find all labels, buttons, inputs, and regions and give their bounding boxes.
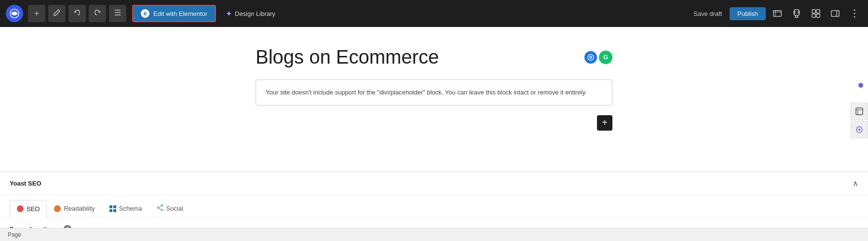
svg-point-23 [854,16,855,18]
yoast-tab-schema-label: Schema [119,205,142,212]
block-patterns-button[interactable] [808,6,824,21]
yoast-tab-schema[interactable]: Schema [102,200,149,217]
document-overview-button[interactable] [109,5,126,22]
svg-point-25 [590,56,592,58]
grammarly-icon-1[interactable] [584,51,597,64]
yoast-tab-seo[interactable]: SEO [10,200,47,217]
yoast-tab-seo-label: SEO [27,205,40,213]
undo-button[interactable] [68,5,86,22]
edit-with-elementor-button[interactable]: e Edit with Elementor [132,5,216,22]
yoast-seo-header[interactable]: Yoast SEO ∧ [0,172,868,195]
design-library-button[interactable]: ✦ Design Library [222,6,279,21]
elementor-icon: e [141,9,149,18]
readability-status-dot [54,205,61,212]
placeholder-block: Your site doesn't include support for th… [256,80,612,106]
yoast-tab-social-label: Social [166,205,183,212]
wp-logo-icon[interactable] [6,5,23,22]
right-sidebar-bottom-button[interactable] [851,121,868,138]
yoast-seo-title: Yoast SEO [10,180,41,187]
page-bar: Page [0,228,868,241]
seo-status-dot [17,205,24,212]
svg-rect-31 [856,108,863,115]
page-bar-label: Page [8,231,21,238]
yoast-collapse-icon[interactable]: ∧ [853,179,858,188]
edit-toolbar-button[interactable] [48,5,66,22]
svg-point-21 [854,10,855,11]
undo-icon [73,9,81,18]
svg-line-30 [159,208,161,210]
add-block-toolbar-button[interactable]: + [28,5,45,22]
right-sidebar [851,103,868,138]
view-button[interactable] [770,6,785,21]
schema-grid-icon [109,205,116,212]
svg-rect-19 [831,11,839,16]
design-library-label: Design Library [235,10,275,17]
yoast-tab-readability[interactable]: Readability [47,200,102,217]
svg-line-29 [159,206,161,207]
right-sidebar-top-button[interactable] [851,103,868,120]
edit-elementor-label: Edit with Elementor [153,10,207,17]
toolbar-right: Save draft Publish [690,6,862,21]
svg-rect-17 [812,14,815,17]
yoast-tab-readability-label: Readability [64,205,95,212]
svg-point-24 [588,54,594,60]
toolbar: + [0,0,868,27]
placeholder-block-text: Your site doesn't include support for th… [266,89,587,96]
svg-rect-4 [773,11,781,16]
settings-sidebar-button[interactable] [827,6,843,21]
social-share-icon [157,204,163,213]
page-title-area: Blogs on Ecommerce G [256,46,612,68]
svg-point-26 [161,205,163,206]
svg-point-27 [161,210,163,211]
page-content-area: Blogs on Ecommerce G Your site doesn't i… [246,46,622,131]
svg-point-28 [157,207,159,209]
grammarly-icon-2[interactable]: G [599,51,612,64]
svg-rect-16 [816,10,820,13]
publish-button[interactable]: Publish [730,7,766,20]
title-icons: G [584,51,612,64]
add-icon: + [34,9,39,18]
add-block-icon: + [602,117,608,128]
yoast-tab-social[interactable]: Social [149,200,190,217]
add-block-button[interactable]: + [597,115,612,131]
divi-icon: ✦ [226,9,232,18]
redo-button[interactable] [89,5,106,22]
svg-point-22 [854,13,855,14]
save-draft-button[interactable]: Save draft [690,7,726,20]
yoast-tabs: SEO Readability Schema Social [0,195,868,217]
page-title: Blogs on Ecommerce [256,46,439,68]
notification-dot [858,83,863,88]
svg-rect-15 [812,10,815,13]
list-icon [114,9,122,18]
more-options-button[interactable] [847,6,862,21]
svg-rect-7 [794,10,799,15]
svg-rect-18 [816,14,820,17]
pencil-icon [53,9,61,18]
main-content: Blogs on Ecommerce G Your site doesn't i… [0,27,868,172]
plugins-button[interactable] [789,6,804,21]
redo-icon [94,9,101,18]
